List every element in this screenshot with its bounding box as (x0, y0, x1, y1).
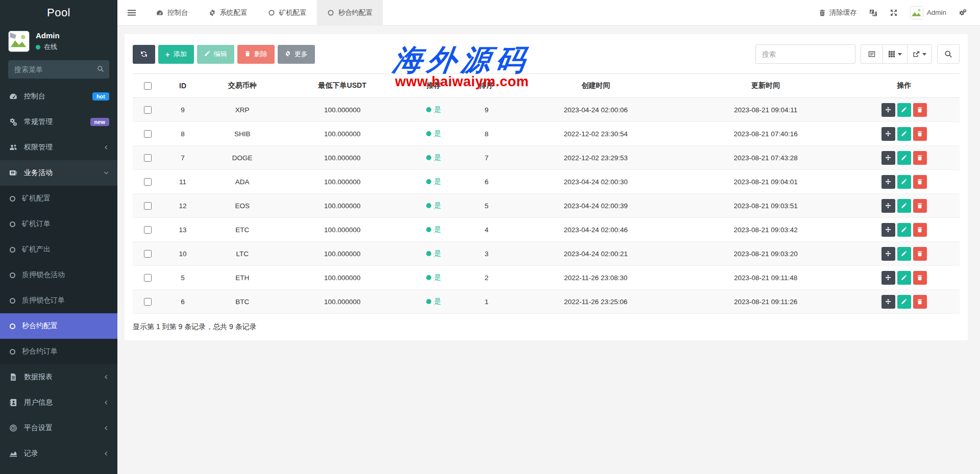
business-activity-submenu: 矿机配置 矿机订单 矿机产出 质押锁仓活动 质押锁仓订单 (0, 186, 117, 364)
edit-row-button[interactable] (897, 247, 911, 261)
edit-row-button[interactable] (897, 295, 911, 309)
user-name: Admin (36, 31, 60, 40)
cell-sort: 9 (464, 98, 509, 122)
new-badge: new (90, 118, 109, 126)
export-button[interactable] (907, 44, 932, 64)
delete-row-button[interactable] (913, 103, 927, 117)
edit-button[interactable]: 编辑 (197, 45, 234, 64)
edit-row-button[interactable] (897, 271, 911, 285)
cell-id: 11 (162, 170, 203, 194)
cell-min-order: 100.000000 (282, 98, 403, 122)
delete-row-button[interactable] (913, 223, 927, 237)
navbar-username: Admin (927, 9, 946, 16)
move-row-button[interactable] (881, 223, 895, 237)
move-row-button[interactable] (881, 127, 895, 141)
row-checkbox[interactable] (144, 130, 152, 138)
circle-icon (10, 298, 15, 304)
settings-gears-icon[interactable] (959, 9, 967, 17)
tab-seconds-contract-config[interactable]: 秒合约配置 (317, 0, 383, 26)
recommend-dot-icon (426, 251, 431, 256)
move-row-button[interactable] (881, 271, 895, 285)
sidebar-item-user-info[interactable]: 用户信息 (0, 390, 117, 415)
search-submit-button[interactable] (937, 44, 960, 64)
sidebar-subitem-seconds-contract-orders[interactable]: 秒合约订单 (0, 339, 117, 364)
table-search-input[interactable] (755, 44, 855, 64)
sidebar-item-data-reports[interactable]: 数据报表 (0, 364, 117, 390)
circle-icon (10, 247, 15, 253)
row-checkbox[interactable] (144, 274, 152, 282)
delete-row-button[interactable] (913, 151, 927, 165)
tab-label: 矿机配置 (279, 8, 307, 17)
sidebar-subitem-label: 矿机订单 (22, 219, 51, 229)
address-book-icon (8, 398, 18, 407)
row-checkbox[interactable] (144, 250, 152, 258)
detail-view-button[interactable] (861, 44, 883, 64)
sidebar-subitem-miner-output[interactable]: 矿机产出 (0, 237, 117, 262)
sidebar-item-dashboard[interactable]: 控制台 hot (0, 84, 117, 109)
row-checkbox[interactable] (144, 154, 152, 162)
move-row-button[interactable] (881, 151, 895, 165)
columns-toggle-button[interactable] (883, 44, 908, 64)
move-row-button[interactable] (881, 103, 895, 117)
sidebar-menu: 控制台 hot 常规管理 new 权限管理 业务活动 (0, 84, 117, 474)
add-button[interactable]: + 添加 (158, 45, 194, 64)
clear-cache-button[interactable]: 清除缓存 (819, 8, 857, 17)
delete-row-button[interactable] (913, 127, 927, 141)
sidebar-item-general-management[interactable]: 常规管理 new (0, 109, 117, 135)
online-status-label: 在线 (44, 42, 57, 52)
sidebar-subitem-seconds-contract-config[interactable]: 秒合约配置 (0, 313, 117, 339)
delete-button[interactable]: 删除 (237, 45, 275, 64)
language-icon[interactable] (869, 9, 877, 17)
refresh-button[interactable] (133, 45, 155, 64)
edit-row-button[interactable] (897, 175, 911, 189)
row-checkbox[interactable] (144, 178, 152, 186)
edit-row-button[interactable] (897, 103, 911, 117)
sidebar-subitem-miner-orders[interactable]: 矿机订单 (0, 211, 117, 237)
delete-row-button[interactable] (913, 199, 927, 213)
tab-system-config[interactable]: 系统配置 (199, 0, 258, 26)
clear-cache-label: 清除缓存 (829, 8, 857, 17)
delete-row-button[interactable] (913, 295, 927, 309)
cell-min-order: 100.000000 (282, 218, 403, 242)
edit-row-button[interactable] (897, 199, 911, 213)
edit-row-button[interactable] (897, 127, 911, 141)
move-row-button[interactable] (881, 175, 895, 189)
data-table: ID 交易币种 最低下单USDT 推荐 排序 创建时间 更新时间 操作 9XRP… (133, 73, 960, 314)
sidebar-subitem-staking-orders[interactable]: 质押锁仓订单 (0, 288, 117, 313)
move-row-button[interactable] (881, 199, 895, 213)
recommend-label: 是 (434, 249, 441, 258)
move-row-button[interactable] (881, 295, 895, 309)
row-checkbox[interactable] (144, 202, 152, 210)
sidebar-search-input[interactable] (8, 60, 109, 79)
sidebar-item-label: 业务活动 (24, 168, 53, 178)
edit-row-button[interactable] (897, 223, 911, 237)
sidebar-item-records[interactable]: 记录 (0, 441, 117, 466)
toolbar-right (755, 44, 960, 64)
edit-row-button[interactable] (897, 151, 911, 165)
delete-row-button[interactable] (913, 175, 927, 189)
move-row-button[interactable] (881, 247, 895, 261)
recommend-badge: 是 (426, 129, 441, 138)
row-checkbox[interactable] (144, 226, 152, 234)
row-checkbox[interactable] (144, 106, 152, 114)
hamburger-icon[interactable] (117, 9, 146, 17)
user-menu[interactable]: Admin (910, 6, 946, 19)
cell-min-order: 100.000000 (282, 194, 403, 218)
delete-row-button[interactable] (913, 271, 927, 285)
delete-row-button[interactable] (913, 247, 927, 261)
tab-dashboard[interactable]: 控制台 (146, 0, 199, 26)
cell-created-at: 2023-04-24 02:00:30 (509, 170, 682, 194)
fullscreen-icon[interactable] (890, 9, 898, 17)
row-checkbox[interactable] (144, 298, 152, 306)
recommend-label: 是 (434, 129, 441, 138)
sidebar-item-platform-settings[interactable]: 平台设置 (0, 415, 117, 441)
sidebar-subitem-miner-config[interactable]: 矿机配置 (0, 186, 117, 211)
sidebar-item-business-activity[interactable]: 业务活动 (0, 160, 117, 186)
select-all-checkbox[interactable] (144, 82, 152, 90)
column-header-recommend: 推荐 (403, 74, 464, 98)
sidebar-subitem-staking-activity[interactable]: 质押锁仓活动 (0, 262, 117, 288)
tab-miner-config[interactable]: 矿机配置 (258, 0, 317, 26)
cell-created-at: 2023-04-24 02:00:39 (509, 194, 682, 218)
more-button[interactable]: 更多 (278, 45, 315, 64)
sidebar-item-permission-management[interactable]: 权限管理 (0, 135, 117, 160)
